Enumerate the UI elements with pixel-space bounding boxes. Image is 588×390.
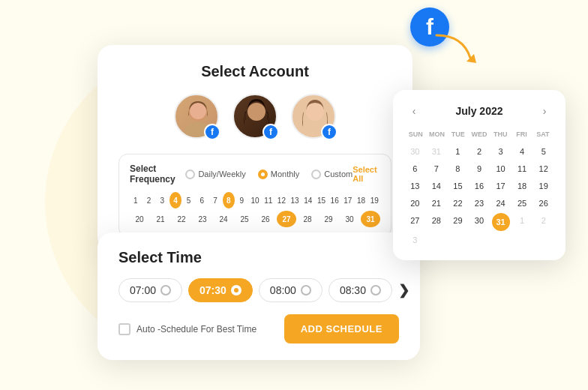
calendar-header: ‹ July 2022 › <box>405 102 554 120</box>
calendar-next-button[interactable]: › <box>536 102 554 120</box>
calendar-day[interactable]: 20 <box>405 196 425 212</box>
calendar-day[interactable]: 13 <box>405 178 425 194</box>
calendar-day[interactable]: 2 <box>533 213 554 231</box>
calendar-day[interactable]: 30 <box>405 144 425 160</box>
date-cell[interactable]: 16 <box>328 192 340 208</box>
time-more-arrow[interactable]: ❯ <box>398 282 410 298</box>
calendar-day[interactable]: 14 <box>427 178 447 194</box>
date-cell[interactable]: 22 <box>172 211 191 227</box>
calendar-day[interactable]: 7 <box>427 161 447 177</box>
date-cell[interactable]: 27 <box>277 211 296 227</box>
fb-badge-letter-2: f <box>269 128 272 136</box>
calendar-days-grid: 3031123456789101112131415161718192021222… <box>405 144 554 248</box>
date-cell[interactable]: 31 <box>361 211 380 227</box>
calendar-dow-label: TUE <box>448 129 469 140</box>
calendar-day[interactable]: 24 <box>490 196 511 212</box>
svg-point-5 <box>248 103 266 121</box>
frequency-label: Select Frequency <box>130 164 185 184</box>
calendar-prev-button[interactable]: ‹ <box>405 102 423 120</box>
date-cell[interactable]: 12 <box>276 192 288 208</box>
calendar-day[interactable]: 21 <box>427 196 447 212</box>
calendar-day[interactable]: 1 <box>512 213 532 231</box>
option-custom-label: Custom <box>324 170 352 178</box>
calendar-day[interactable]: 15 <box>448 178 468 194</box>
date-cell[interactable]: 17 <box>342 192 354 208</box>
radio-daily-weekly <box>185 170 195 179</box>
auto-schedule-option[interactable]: Auto -Schedule For Best Time <box>118 323 256 335</box>
date-cell[interactable]: 1 <box>130 192 142 208</box>
calendar-day[interactable]: 27 <box>405 213 425 231</box>
auto-schedule-checkbox[interactable] <box>118 323 130 335</box>
account-1[interactable]: f <box>174 94 219 139</box>
radio-monthly <box>258 170 268 179</box>
time-slot-label: 08:00 <box>270 284 296 296</box>
date-cell[interactable]: 3 <box>156 192 168 208</box>
time-slot[interactable]: 07:30 <box>188 278 253 302</box>
date-cell[interactable]: 21 <box>151 211 170 227</box>
date-cell[interactable]: 13 <box>289 192 301 208</box>
calendar-day[interactable]: 3 <box>405 232 425 248</box>
time-card: Select Time 07:0007:3008:0008:30 ❯ Auto … <box>98 232 420 360</box>
time-slot[interactable]: 07:00 <box>118 278 182 302</box>
calendar-day[interactable]: 8 <box>448 161 468 177</box>
calendar-day[interactable]: 10 <box>490 161 511 177</box>
date-cell[interactable]: 14 <box>302 192 314 208</box>
date-cell[interactable]: 24 <box>214 211 233 227</box>
calendar-day[interactable]: 22 <box>448 196 468 212</box>
calendar-day[interactable]: 12 <box>533 161 554 177</box>
calendar-day[interactable]: 4 <box>512 144 532 160</box>
select-time-title: Select Time <box>118 249 399 266</box>
calendar-day[interactable]: 31 <box>492 213 510 231</box>
time-slots: 07:0007:3008:0008:30 <box>118 278 392 302</box>
date-cell[interactable]: 19 <box>368 192 380 208</box>
date-cell[interactable]: 29 <box>319 211 338 227</box>
account-2[interactable]: f <box>232 94 278 139</box>
calendar-day[interactable]: 2 <box>470 144 490 160</box>
calendar-day[interactable]: 9 <box>470 161 490 177</box>
calendar-day[interactable]: 31 <box>427 144 447 160</box>
date-cell[interactable]: 28 <box>298 211 317 227</box>
svg-point-7 <box>306 103 324 121</box>
calendar-day[interactable]: 23 <box>470 196 490 212</box>
time-slot[interactable]: 08:30 <box>328 278 392 302</box>
date-cell[interactable]: 4 <box>170 192 182 208</box>
account-3[interactable]: f <box>291 94 336 139</box>
calendar-day[interactable]: 25 <box>512 196 532 212</box>
calendar-day[interactable]: 28 <box>427 213 447 231</box>
date-cell[interactable]: 10 <box>249 192 261 208</box>
calendar-day[interactable]: 16 <box>470 178 490 194</box>
calendar-day[interactable]: 5 <box>533 144 554 160</box>
calendar-day[interactable]: 6 <box>405 161 425 177</box>
date-cell[interactable]: 6 <box>196 192 208 208</box>
date-cell[interactable]: 30 <box>340 211 359 227</box>
option-custom[interactable]: Custom <box>311 170 352 179</box>
calendar-day[interactable]: 1 <box>448 144 468 160</box>
add-schedule-button[interactable]: ADD SCHEDULE <box>284 314 399 344</box>
calendar-day[interactable]: 26 <box>533 196 554 212</box>
date-cell[interactable]: 23 <box>193 211 212 227</box>
date-cell[interactable]: 7 <box>209 192 221 208</box>
frequency-options: Daily/Weekly Monthly Custom <box>185 170 352 179</box>
date-cell[interactable]: 9 <box>236 192 248 208</box>
calendar-day[interactable]: 18 <box>512 178 532 194</box>
date-cell[interactable]: 18 <box>356 192 368 208</box>
calendar-day[interactable]: 17 <box>490 178 511 194</box>
option-monthly[interactable]: Monthly <box>258 170 300 179</box>
date-cell[interactable]: 2 <box>143 192 155 208</box>
calendar-day[interactable]: 11 <box>512 161 532 177</box>
date-cell[interactable]: 20 <box>130 211 149 227</box>
date-cell[interactable]: 11 <box>262 192 274 208</box>
option-daily-weekly[interactable]: Daily/Weekly <box>185 170 245 179</box>
time-slot-label: 07:00 <box>130 284 156 296</box>
date-cell[interactable]: 15 <box>316 192 328 208</box>
calendar-day[interactable]: 3 <box>490 144 511 160</box>
select-all-button[interactable]: Select All <box>352 165 380 183</box>
calendar-day[interactable]: 30 <box>470 213 490 231</box>
date-cell[interactable]: 25 <box>235 211 254 227</box>
date-cell[interactable]: 26 <box>256 211 275 227</box>
date-cell[interactable]: 8 <box>223 192 235 208</box>
date-cell[interactable]: 5 <box>183 192 195 208</box>
time-slot[interactable]: 08:00 <box>259 278 322 302</box>
calendar-day[interactable]: 29 <box>448 213 468 231</box>
calendar-day[interactable]: 19 <box>533 178 554 194</box>
